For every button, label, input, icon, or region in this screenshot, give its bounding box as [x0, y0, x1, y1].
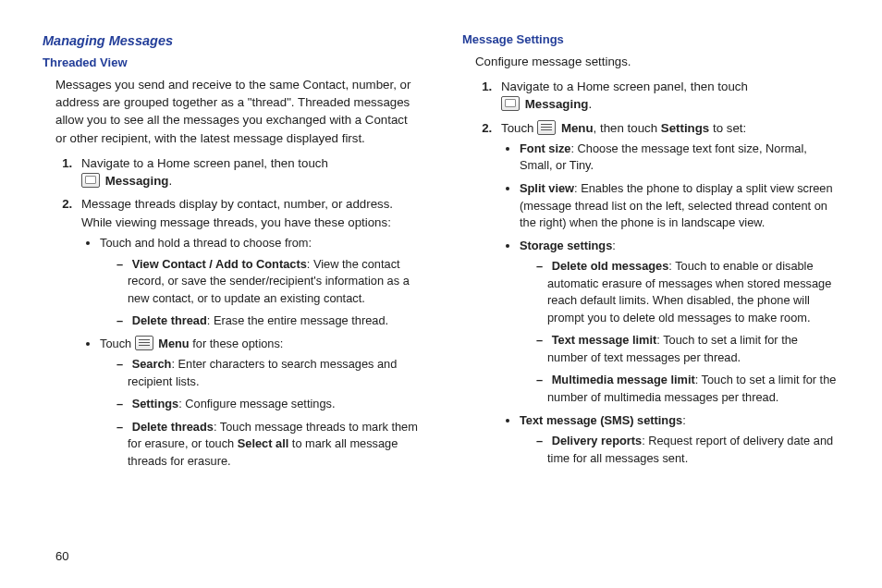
- menu-options: Search: Enter characters to search messa…: [100, 356, 420, 470]
- intro-paragraph: Configure message settings.: [475, 53, 839, 70]
- desc: : Configure message settings.: [178, 397, 335, 410]
- text: Touch and hold a thread to choose from:: [100, 236, 312, 250]
- sms-options: Delivery reports: Request report of deli…: [520, 433, 839, 467]
- label: Storage settings: [520, 239, 612, 252]
- opt-delete-old: Delete old messages: Touch to enable or …: [536, 258, 839, 326]
- opt-text-limit: Text message limit: Touch to set a limit…: [536, 332, 839, 366]
- settings-bullets: Font size: Choose the message text font …: [501, 141, 839, 467]
- label: Delete old messages: [552, 259, 669, 273]
- step-text: Navigate to a Home screen panel, then to…: [81, 156, 328, 170]
- label: Font size: [520, 141, 570, 155]
- desc: : Erase the entire message thread.: [207, 313, 388, 327]
- bullet-touch-menu: Touch Menu for these options: Search: En…: [100, 336, 420, 471]
- opt-settings: Settings: Configure message settings.: [116, 396, 420, 413]
- right-column: Message Settings Configure message setti…: [462, 31, 839, 476]
- sub-heading-threaded-view: Threaded View: [43, 55, 420, 72]
- text-a: Touch: [100, 337, 135, 350]
- colon: :: [682, 413, 686, 427]
- page-number: 60: [55, 548, 68, 566]
- menu-label: Menu: [158, 337, 189, 350]
- page-content: Managing Messages Threaded View Messages…: [0, 0, 882, 476]
- opt-delete-threads: Delete threads: Touch message threads to…: [116, 419, 420, 471]
- opt-delete-thread: Delete thread: Erase the entire message …: [116, 312, 420, 330]
- menu-label: Menu: [561, 121, 594, 135]
- intro-paragraph: Messages you send and receive to the sam…: [55, 76, 420, 147]
- options-bullets: Touch and hold a thread to choose from: …: [81, 235, 420, 471]
- bullet-font-size: Font size: Choose the message text font …: [520, 141, 839, 175]
- messaging-icon: [81, 173, 100, 188]
- bullet-touch-hold: Touch and hold a thread to choose from: …: [100, 235, 420, 330]
- step-2: Message threads display by contact, numb…: [76, 195, 420, 470]
- menu-icon: [537, 120, 556, 135]
- text-c: for these options:: [190, 337, 284, 350]
- label: Text message limit: [552, 333, 657, 347]
- sub-heading-message-settings: Message Settings: [462, 31, 839, 49]
- touch-hold-options: View Contact / Add to Contacts: View the…: [100, 256, 420, 330]
- t-e: to set:: [709, 121, 746, 135]
- colon: :: [612, 239, 616, 252]
- section-title: Managing Messages: [43, 31, 420, 51]
- step-2: Touch Menu, then touch Settings to set: …: [496, 119, 839, 468]
- label: Text message (SMS) settings: [520, 413, 682, 427]
- opt-mms-limit: Multimedia message limit: Touch to set a…: [536, 372, 839, 406]
- period: .: [168, 174, 172, 188]
- step2-line2: While viewing message threads, you have …: [81, 215, 391, 229]
- step-1: Navigate to a Home screen panel, then to…: [496, 78, 839, 114]
- step2-line1: Message threads display by contact, numb…: [81, 197, 393, 211]
- label: Search: [132, 357, 172, 371]
- label: Delivery reports: [552, 434, 642, 447]
- label: View Contact / Add to Contacts: [132, 257, 307, 271]
- storage-options: Delete old messages: Touch to enable or …: [520, 258, 839, 406]
- label: Delete thread: [132, 313, 207, 327]
- left-column: Managing Messages Threaded View Messages…: [43, 31, 420, 476]
- period: .: [588, 97, 592, 111]
- messaging-label: Messaging: [525, 97, 589, 111]
- label: Multimedia message limit: [552, 373, 695, 386]
- bullet-split-view: Split view: Enables the phone to display…: [520, 180, 839, 232]
- settings-label: Settings: [661, 121, 709, 135]
- t-a: Touch: [501, 121, 537, 135]
- opt-view-contact: View Contact / Add to Contacts: View the…: [116, 256, 420, 308]
- label: Settings: [132, 397, 178, 410]
- opt-delivery-reports: Delivery reports: Request report of deli…: [536, 433, 839, 467]
- select-all: Select all: [238, 436, 289, 450]
- t-c: , then touch: [594, 121, 661, 135]
- bullet-storage: Storage settings: Delete old messages: T…: [520, 238, 839, 407]
- messaging-icon: [501, 96, 520, 111]
- menu-icon: [135, 336, 153, 350]
- label: Split view: [520, 181, 574, 195]
- bullet-sms-settings: Text message (SMS) settings: Delivery re…: [520, 412, 839, 468]
- step-1: Navigate to a Home screen panel, then to…: [76, 154, 420, 190]
- label: Delete threads: [132, 420, 214, 434]
- steps-list: Navigate to a Home screen panel, then to…: [475, 78, 839, 467]
- opt-search: Search: Enter characters to search messa…: [116, 356, 420, 390]
- steps-list: Navigate to a Home screen panel, then to…: [55, 154, 420, 471]
- messaging-label: Messaging: [105, 174, 169, 188]
- step-text: Navigate to a Home screen panel, then to…: [501, 80, 748, 93]
